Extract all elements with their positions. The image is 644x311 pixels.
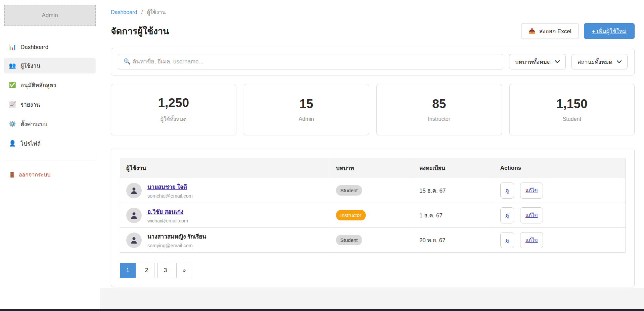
user-name-link[interactable]: อ.วิชัย สอนเก่ง [147, 209, 183, 215]
avatar [126, 232, 142, 248]
sidebar-item-label: ผู้ใช้งาน [20, 61, 40, 70]
user-name-link[interactable]: นายสมชาย ใจดี [147, 184, 187, 190]
sidebar-item-dashboard[interactable]: 📊 Dashboard [4, 40, 96, 54]
page-button-next[interactable]: » [176, 263, 192, 278]
page-button-2[interactable]: 2 [139, 263, 154, 278]
search-input[interactable] [118, 54, 503, 69]
stat-card-total-users: 1,250 ผู้ใช้ทั้งหมด [111, 84, 236, 135]
app-window: Admin 📊 Dashboard 👥 ผู้ใช้งาน ✅ อนุมัติห… [0, 0, 644, 309]
person-silhouette-icon [130, 236, 138, 244]
chart-increasing-icon: 📈 [9, 101, 16, 108]
page-background [100, 288, 644, 309]
breadcrumb-current: ผู้ใช้งาน [147, 9, 166, 15]
sidebar-item-label: ตั้งค่าระบบ [20, 119, 47, 128]
sidebar-item-label: อนุมัติหลักสูตร [20, 81, 56, 90]
avatar [126, 208, 142, 223]
chevron-down-icon [617, 60, 622, 63]
chevron-down-icon [555, 60, 560, 63]
column-header-registered: ลงทะเบียน [413, 158, 494, 178]
main-area: Dashboard / ผู้ใช้งาน จัดการผู้ใช้งาน 📥 … [100, 0, 644, 309]
add-user-button[interactable]: + เพิ่มผู้ใช้ใหม่ [584, 23, 635, 39]
edit-button[interactable]: แก้ไข [520, 183, 543, 199]
logout-label: ออกจากระบบ [19, 170, 50, 179]
edit-button[interactable]: แก้ไข [520, 207, 543, 223]
table-row: นายสมชาย ใจดี somchai@email.com Student … [120, 178, 626, 203]
edit-button[interactable]: แก้ไข [520, 232, 543, 248]
role-filter-select[interactable]: บทบาททั้งหมด [509, 54, 566, 69]
sidebar-divider [5, 160, 95, 160]
column-header-role: บทบาท [330, 158, 413, 178]
sidebar-item-settings[interactable]: ⚙️ ตั้งค่าระบบ [4, 116, 96, 132]
sidebar-item-reports[interactable]: 📈 รายงาน [4, 97, 96, 112]
registered-date: 20 พ.ย. 67 [419, 237, 446, 244]
stat-value: 1,250 [158, 96, 189, 110]
user-cell: นายสมชาย ใจดี somchai@email.com [126, 182, 324, 199]
users-icon: 👥 [9, 62, 16, 69]
sidebar-item-profile[interactable]: 👤 โปรไฟล์ [4, 136, 96, 151]
bottom-edge-bar [0, 309, 644, 311]
header-buttons: 📥 ส่งออก Excel + เพิ่มผู้ใช้ใหม่ [521, 23, 635, 39]
sidebar-item-course-approval[interactable]: ✅ อนุมัติหลักสูตร [4, 77, 96, 93]
page-title: จัดการผู้ใช้งาน [111, 24, 169, 38]
registered-date: 1 ธ.ค. 67 [419, 212, 443, 219]
check-icon: ✅ [9, 82, 16, 89]
stat-label: ผู้ใช้ทั้งหมด [160, 115, 187, 123]
view-button[interactable]: ดู [500, 207, 514, 223]
breadcrumb-dashboard-link[interactable]: Dashboard [111, 9, 137, 15]
user-name: นายสมชาย ใจดี [147, 182, 193, 191]
stat-card-instructor: 85 Instructor [376, 84, 502, 135]
main-content: Dashboard / ผู้ใช้งาน จัดการผู้ใช้งาน 📥 … [100, 0, 644, 287]
user-email: somying@email.com [147, 243, 206, 248]
stat-card-admin: 15 Admin [244, 84, 369, 135]
download-tray-icon: 📥 [528, 28, 536, 35]
registered-date: 15 ธ.ค. 67 [419, 188, 446, 194]
user-cell: นางสาวสมหญิง รักเรียน somying@email.com [126, 232, 324, 248]
bar-chart-icon: 📊 [9, 44, 16, 51]
stat-value: 15 [300, 97, 313, 111]
stat-label: Admin [299, 116, 314, 122]
filter-bar: บทบาททั้งหมด สถานะทั้งหมด [111, 48, 635, 75]
page-button-3[interactable]: 3 [157, 263, 173, 278]
user-name: อ.วิชัย สอนเก่ง [147, 207, 188, 216]
person-silhouette-icon [130, 187, 138, 195]
column-header-user: ผู้ใช้งาน [120, 158, 330, 178]
sidebar: Admin 📊 Dashboard 👥 ผู้ใช้งาน ✅ อนุมัติห… [0, 0, 100, 309]
stat-value: 1,150 [556, 97, 588, 111]
stat-label: Student [563, 116, 581, 122]
pagination: 1 2 3 » [120, 263, 626, 278]
role-filter-value: บทบาททั้งหมด [515, 57, 551, 66]
status-filter-value: สถานะทั้งหมด [578, 57, 612, 66]
person-silhouette-icon [130, 211, 138, 219]
table-header-row: ผู้ใช้งาน บทบาท ลงทะเบียน Actions [120, 158, 626, 178]
role-badge: Student [336, 235, 362, 245]
door-icon: 🚪 [9, 171, 15, 178]
status-filter-select[interactable]: สถานะทั้งหมด [571, 54, 628, 69]
stat-label: Instructor [428, 116, 450, 122]
page-header: จัดการผู้ใช้งาน 📥 ส่งออก Excel + เพิ่มผู… [111, 23, 635, 39]
breadcrumb-separator: / [141, 9, 143, 15]
sidebar-item-label: โปรไฟล์ [20, 139, 41, 148]
admin-logo-box: Admin [4, 5, 96, 26]
sidebar-nav: 📊 Dashboard 👥 ผู้ใช้งาน ✅ อนุมัติหลักสูต… [4, 40, 96, 151]
user-email: wichai@email.com [147, 218, 188, 223]
role-badge: Instructor [336, 210, 366, 220]
sidebar-item-label: Dashboard [20, 44, 48, 51]
stat-card-student: 1,150 Student [509, 84, 635, 135]
view-button[interactable]: ดู [500, 232, 514, 248]
table-row: นางสาวสมหญิง รักเรียน somying@email.com … [120, 228, 626, 253]
page-button-1[interactable]: 1 [120, 263, 136, 278]
export-excel-button[interactable]: 📥 ส่งออก Excel [521, 23, 579, 39]
user-email: somchai@email.com [147, 193, 193, 199]
role-badge: Student [336, 185, 362, 196]
stat-value: 85 [432, 97, 446, 111]
table-row: อ.วิชัย สอนเก่ง wichai@email.com Instruc… [120, 203, 626, 228]
gear-icon: ⚙️ [9, 120, 16, 127]
export-excel-label: ส่งออก Excel [539, 27, 571, 36]
person-icon: 👤 [9, 140, 16, 147]
logout-link[interactable]: 🚪 ออกจากระบบ [4, 167, 96, 182]
sidebar-item-users[interactable]: 👥 ผู้ใช้งาน [4, 58, 96, 73]
user-name: นางสาวสมหญิง รักเรียน [147, 232, 206, 241]
user-cell: อ.วิชัย สอนเก่ง wichai@email.com [126, 207, 324, 223]
stat-cards: 1,250 ผู้ใช้ทั้งหมด 15 Admin 85 Instruct… [111, 84, 635, 135]
view-button[interactable]: ดู [500, 183, 514, 199]
